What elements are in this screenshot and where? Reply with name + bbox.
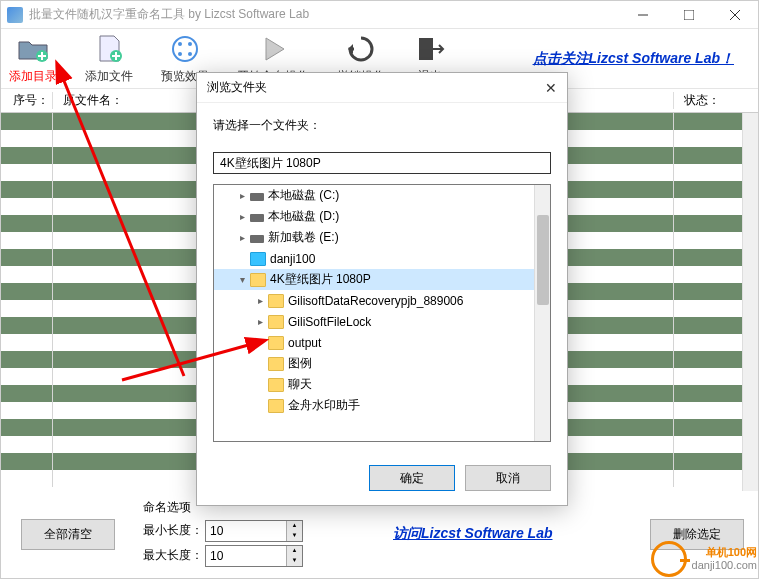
- vertical-scrollbar[interactable]: [742, 113, 758, 491]
- folder-icon: [268, 315, 284, 329]
- preview-icon: [168, 32, 202, 66]
- expander-icon[interactable]: ▸: [254, 316, 266, 327]
- tree-node[interactable]: ▾4K壁纸图片 1080P: [214, 269, 550, 290]
- svg-rect-11: [419, 38, 433, 60]
- min-spinner[interactable]: ▲▼: [286, 521, 302, 541]
- window-title: 批量文件随机汉字重命名工具 by Lizcst Software Lab: [29, 6, 620, 23]
- add-dir-button[interactable]: 添加目录: [9, 32, 57, 85]
- close-button[interactable]: [712, 1, 758, 29]
- dialog-prompt: 请选择一个文件夹：: [213, 117, 551, 134]
- tree-node-label: 4K壁纸图片 1080P: [270, 271, 371, 288]
- tree-node-label: 本地磁盘 (D:): [268, 208, 339, 225]
- selected-path-field[interactable]: 4K壁纸图片 1080P: [213, 152, 551, 174]
- tree-node[interactable]: ▸新加载卷 (E:): [214, 227, 550, 248]
- folder-tree[interactable]: ▸本地磁盘 (C:)▸本地磁盘 (D:)▸新加载卷 (E:)danji100▾4…: [213, 184, 551, 442]
- drive-icon: [250, 235, 264, 243]
- dialog-title: 浏览文件夹: [207, 79, 267, 96]
- undo-icon: [344, 32, 378, 66]
- folder-icon: [268, 336, 284, 350]
- add-file-button[interactable]: 添加文件: [85, 32, 133, 85]
- tree-node-label: output: [288, 336, 321, 350]
- file-plus-icon: [92, 32, 126, 66]
- tree-node-label: 本地磁盘 (C:): [268, 187, 339, 204]
- titlebar: 批量文件随机汉字重命名工具 by Lizcst Software Lab: [1, 1, 758, 29]
- max-spinner[interactable]: ▲▼: [286, 546, 302, 566]
- col-status[interactable]: 状态：: [674, 92, 758, 109]
- expander-icon[interactable]: ▸: [236, 190, 248, 201]
- exit-icon: [413, 32, 447, 66]
- tree-node[interactable]: 聊天: [214, 374, 550, 395]
- tree-node-label: danji100: [270, 252, 315, 266]
- svg-point-10: [188, 52, 192, 56]
- expander-icon[interactable]: ▸: [254, 295, 266, 306]
- min-length-input[interactable]: 10▲▼: [205, 520, 303, 542]
- dialog-close-button[interactable]: ✕: [533, 80, 557, 96]
- maximize-button[interactable]: [666, 1, 712, 29]
- cancel-button[interactable]: 取消: [465, 465, 551, 491]
- tree-node-label: GilisoftDataRecoverypjb_889006: [288, 294, 463, 308]
- minimize-button[interactable]: [620, 1, 666, 29]
- max-length-label: 最大长度：: [143, 547, 205, 564]
- expander-icon[interactable]: ▾: [236, 274, 248, 285]
- tree-node[interactable]: ▸GilisoftDataRecoverypjb_889006: [214, 290, 550, 311]
- tree-node-label: 新加载卷 (E:): [268, 229, 339, 246]
- folder-icon: [268, 357, 284, 371]
- tree-node-label: 金舟水印助手: [288, 397, 360, 414]
- svg-point-9: [178, 52, 182, 56]
- svg-point-6: [173, 37, 197, 61]
- tree-node-label: GiliSoftFileLock: [288, 315, 371, 329]
- folder-icon: [250, 252, 266, 266]
- add-dir-label: 添加目录: [9, 68, 57, 85]
- app-icon: [7, 7, 23, 23]
- watermark: 单机100网danji100.com: [651, 541, 758, 577]
- follow-link[interactable]: 点击关注Lizcst Software Lab！: [533, 50, 734, 68]
- drive-icon: [250, 193, 264, 201]
- expander-icon[interactable]: ▸: [236, 232, 248, 243]
- tree-node[interactable]: output: [214, 332, 550, 353]
- svg-point-7: [178, 42, 182, 46]
- svg-rect-1: [684, 10, 694, 20]
- tree-node[interactable]: ▸本地磁盘 (C:): [214, 185, 550, 206]
- tree-node-label: 聊天: [288, 376, 312, 393]
- folder-plus-icon: [16, 32, 50, 66]
- svg-point-8: [188, 42, 192, 46]
- ok-button[interactable]: 确定: [369, 465, 455, 491]
- tree-node-label: 图例: [288, 355, 312, 372]
- folder-icon: [268, 294, 284, 308]
- col-seq[interactable]: 序号：: [1, 92, 53, 109]
- dialog-titlebar: 浏览文件夹 ✕: [197, 73, 567, 103]
- expander-icon[interactable]: ▸: [236, 211, 248, 222]
- tree-node[interactable]: ▸本地磁盘 (D:): [214, 206, 550, 227]
- tree-scrollbar[interactable]: [534, 185, 550, 441]
- bottom-panel: 全部清空 命名选项 最小长度： 10▲▼ 最大长度： 10▲▼ 访问Lizcst…: [9, 496, 750, 572]
- add-file-label: 添加文件: [85, 68, 133, 85]
- folder-icon: [268, 399, 284, 413]
- max-length-input[interactable]: 10▲▼: [205, 545, 303, 567]
- clear-all-button[interactable]: 全部清空: [21, 519, 115, 550]
- tree-node[interactable]: ▸GiliSoftFileLock: [214, 311, 550, 332]
- tree-node[interactable]: 图例: [214, 353, 550, 374]
- browse-folder-dialog: 浏览文件夹 ✕ 请选择一个文件夹： 4K壁纸图片 1080P ▸本地磁盘 (C:…: [196, 72, 568, 506]
- folder-icon: [250, 273, 266, 287]
- window-controls: [620, 1, 758, 29]
- tree-node[interactable]: danji100: [214, 248, 550, 269]
- min-length-label: 最小长度：: [143, 522, 205, 539]
- watermark-logo-icon: [651, 541, 687, 577]
- visit-link[interactable]: 访问Lizcst Software Lab: [393, 525, 552, 543]
- folder-icon: [268, 378, 284, 392]
- length-options: 命名选项 最小长度： 10▲▼ 最大长度： 10▲▼: [143, 499, 303, 570]
- tree-node[interactable]: 金舟水印助手: [214, 395, 550, 416]
- play-icon: [256, 32, 290, 66]
- drive-icon: [250, 214, 264, 222]
